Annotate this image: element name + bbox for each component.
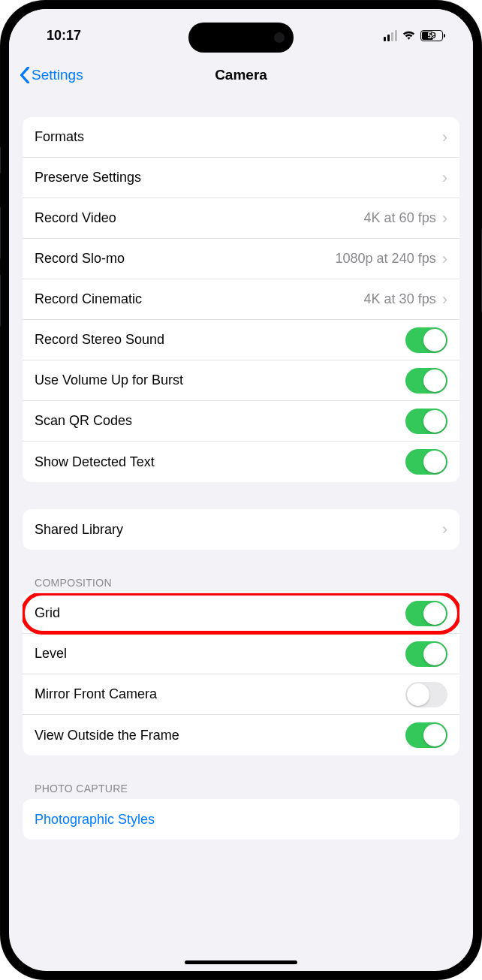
screen: 10:17 59 Settings [9,9,473,971]
row-shared-library[interactable]: Shared Library › [23,509,459,550]
row-label: Grid [35,605,405,621]
row-volume-burst[interactable]: Use Volume Up for Burst [23,360,459,401]
navigation-bar: Settings Camera [9,54,473,96]
row-label: Record Stereo Sound [35,332,405,348]
row-label: Show Detected Text [35,454,405,470]
toggle-level[interactable] [405,641,447,667]
row-label: Record Cinematic [35,291,364,307]
row-label: Photographic Styles [35,812,447,828]
home-indicator[interactable] [185,960,297,964]
row-label: Use Volume Up for Burst [35,372,405,388]
row-record-video[interactable]: Record Video 4K at 60 fps › [23,198,459,239]
toggle-volume-burst[interactable] [405,368,447,394]
chevron-right-icon: › [442,209,447,228]
wifi-icon [402,30,416,41]
row-detected-text[interactable]: Show Detected Text [23,442,459,482]
toggle-grid[interactable] [405,601,447,626]
row-level[interactable]: Level [23,634,459,674]
row-value: 4K at 30 fps [364,291,436,307]
row-label: Mirror Front Camera [35,686,405,702]
row-label: Shared Library [35,522,442,538]
battery-icon: 59 [420,30,443,41]
toggle-view-outside[interactable] [405,722,447,748]
chevron-right-icon: › [442,168,447,188]
silence-switch [0,146,1,173]
row-label: Scan QR Codes [35,413,405,429]
settings-group-composition: Grid Level Mirror Front Camera View Outs… [23,593,459,755]
row-label: Level [35,646,405,662]
row-label: View Outside the Frame [35,728,405,743]
dynamic-island [188,23,294,53]
row-label: Record Slo-mo [35,251,336,267]
row-record-slomo[interactable]: Record Slo-mo 1080p at 240 fps › [23,239,459,279]
front-camera-dot [274,32,285,43]
row-view-outside[interactable]: View Outside the Frame [23,715,459,755]
chevron-left-icon [20,67,30,83]
toggle-scan-qr[interactable] [405,409,447,434]
group-header-composition: Composition [23,577,459,593]
back-label: Settings [32,67,83,83]
row-formats[interactable]: Formats › [23,117,459,158]
settings-group-main: Formats › Preserve Settings › Record Vid… [23,117,459,482]
row-value: 4K at 60 fps [364,210,436,226]
settings-content[interactable]: Formats › Preserve Settings › Record Vid… [9,117,473,862]
chevron-right-icon: › [442,128,447,147]
row-label: Record Video [35,210,364,226]
cellular-signal-icon [384,30,398,41]
group-header-capture: Photo Capture [23,782,459,799]
row-grid[interactable]: Grid [23,593,459,634]
row-label: Preserve Settings [35,170,442,185]
toggle-mirror-front[interactable] [405,682,447,707]
status-time: 10:17 [47,28,81,44]
row-mirror-front[interactable]: Mirror Front Camera [23,674,459,715]
settings-group-capture: Photographic Styles [23,799,459,840]
volume-down-button [0,274,1,327]
toggle-detected-text[interactable] [405,449,447,475]
chevron-right-icon: › [442,290,447,309]
toggle-stereo[interactable] [405,327,447,353]
volume-up-button [0,207,1,259]
row-record-stereo[interactable]: Record Stereo Sound [23,320,459,360]
row-record-cinematic[interactable]: Record Cinematic 4K at 30 fps › [23,279,459,320]
row-photographic-styles[interactable]: Photographic Styles [23,799,459,840]
chevron-right-icon: › [442,520,447,539]
battery-level: 59 [421,32,442,40]
phone-frame: 10:17 59 Settings [0,0,482,980]
row-value: 1080p at 240 fps [336,251,436,267]
page-title: Camera [215,67,267,83]
row-preserve-settings[interactable]: Preserve Settings › [23,158,459,198]
settings-group-library: Shared Library › [23,509,459,550]
back-button[interactable]: Settings [20,67,83,83]
row-label: Formats [35,129,442,145]
row-scan-qr[interactable]: Scan QR Codes [23,401,459,442]
chevron-right-icon: › [442,249,447,269]
